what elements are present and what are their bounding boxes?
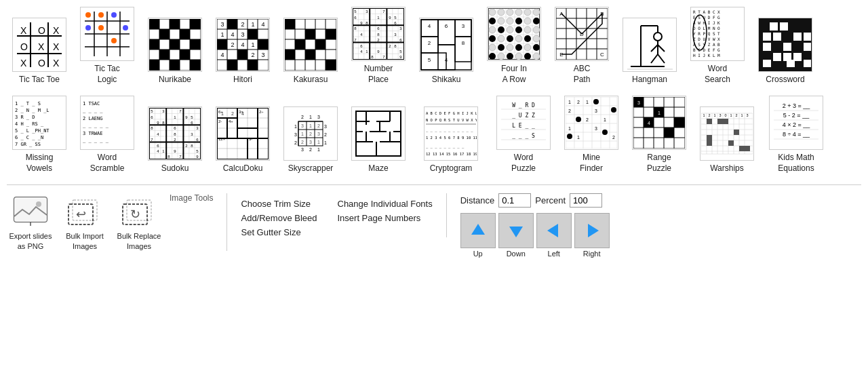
menu-set-gutter[interactable]: Set Gutter Size xyxy=(241,227,317,237)
menu-choose-trim[interactable]: Choose Trim Size xyxy=(241,199,317,209)
puzzle-kakurasu[interactable]: Kakurasu xyxy=(278,18,343,85)
puzzle-skyscrapper[interactable]: 213 132 321 321 312 123 231 Skyscrapper xyxy=(278,106,343,174)
puzzle-word-puzzle[interactable]: W _ R D _ U Z Z L E _ _ _ _ _ S WordPuzz… xyxy=(491,96,556,174)
svg-text:4: 4 xyxy=(220,52,224,58)
svg-text:1: 1 xyxy=(713,113,715,117)
svg-rect-94 xyxy=(285,50,295,60)
puzzle-shikaku[interactable]: 463 28 45 Shikaku xyxy=(414,18,479,85)
bulk-replace-tool[interactable]: ↻ Bulk Replace Images xyxy=(115,193,163,251)
menu-add-remove-bleed[interactable]: Add/Remove Bleed xyxy=(241,213,317,223)
bulk-import-tool[interactable]: ↩ Bulk Import Images xyxy=(61,193,108,251)
svg-point-444 xyxy=(576,117,581,122)
svg-text:2: 2 xyxy=(708,113,710,117)
puzzle-mine-finder[interactable]: 121 23 21 13 12 MineFinder xyxy=(559,96,624,174)
svg-text:1: 1 xyxy=(604,117,606,122)
svg-rect-486 xyxy=(734,130,739,135)
svg-text:1: 1 xyxy=(221,111,224,116)
puzzle-tic-tac-logic[interactable]: Tic TacLogic xyxy=(75,7,140,85)
puzzle-missing-vowels[interactable]: 1 _ T _ S 2 _ N _ M _L 3 R _ D 4 H _ RS … xyxy=(7,96,72,174)
svg-text:C: C xyxy=(600,52,604,58)
svg-rect-420 xyxy=(566,97,617,149)
svg-text:1: 1 xyxy=(577,135,580,140)
svg-text:2: 2 xyxy=(309,147,312,152)
svg-text:4: 4 xyxy=(648,121,650,125)
svg-text:3 R _ D: 3 R _ D xyxy=(15,115,35,120)
puzzle-number-place[interactable]: 537 6195 986 863 483 726 628 4195 879 Nu… xyxy=(346,7,411,85)
svg-text:_ _ _ S: _ _ _ S xyxy=(512,133,535,139)
svg-rect-256 xyxy=(804,33,811,41)
distance-value-input[interactable] xyxy=(498,193,531,208)
svg-text:2 + 3 = __: 2 + 3 = __ xyxy=(783,102,811,109)
svg-point-187 xyxy=(533,18,540,24)
puzzle-maze[interactable]: Maze xyxy=(346,106,411,174)
puzzle-thumb-kakurasu xyxy=(283,18,338,72)
svg-text:1: 1 xyxy=(703,113,705,117)
puzzle-range-puzzle[interactable]: 314 RangePuzzle xyxy=(627,96,692,174)
svg-text:4+: 4+ xyxy=(229,119,233,123)
puzzle-thumb-tic-tac-logic xyxy=(80,7,134,61)
svg-text:1: 1 xyxy=(324,140,327,145)
svg-text:8: 8 xyxy=(462,40,465,46)
svg-rect-27 xyxy=(149,19,159,29)
puzzle-thumb-word-puzzle: W _ R D _ U Z Z L E _ _ _ _ _ S xyxy=(496,96,551,150)
puzzle-warships[interactable]: 121 301 213 Warships xyxy=(694,106,760,174)
svg-text:2÷: 2÷ xyxy=(259,110,264,114)
right-button[interactable] xyxy=(574,213,610,248)
svg-text:4: 4 xyxy=(231,31,234,38)
svg-text:1: 1 xyxy=(309,115,312,119)
svg-point-512 xyxy=(36,201,41,207)
svg-marker-521 xyxy=(509,227,523,237)
puzzle-thumb-word-search: R T A B C XE S U D F G A W H I J KD O L … xyxy=(690,7,745,61)
svg-text:1: 1 xyxy=(568,126,571,131)
puzzle-crossword[interactable]: Crossword xyxy=(753,18,818,85)
svg-rect-28 xyxy=(159,29,170,39)
puzzle-word-scramble[interactable]: 1 TSAC _ _ _ _ 2 LAENG _ _ _ _ _ 3 TRWAE… xyxy=(75,96,140,174)
svg-point-185 xyxy=(515,18,522,24)
svg-text:A S Y Z A B: A S Y Z A B xyxy=(693,42,720,47)
puzzle-abc-path[interactable]: AB EC D ABCPath xyxy=(549,7,614,85)
menu-insert-page-numbers[interactable]: Insert Page Numbers xyxy=(338,213,433,223)
svg-rect-33 xyxy=(170,39,180,50)
puzzle-label-range-puzzle: RangePuzzle xyxy=(647,153,671,174)
svg-text:1: 1 xyxy=(309,123,312,128)
svg-point-447 xyxy=(602,130,608,135)
puzzle-thumb-four-in-a-row xyxy=(487,7,541,61)
svg-point-210 xyxy=(524,53,531,60)
puzzle-hitori[interactable]: 3214 143 241 423 Hitori xyxy=(210,18,275,85)
svg-rect-32 xyxy=(149,39,159,50)
puzzle-thumb-kids-math: 2 + 3 = __ 5 - 2 = __ 4 × 2 = __ 8 ÷ 4 =… xyxy=(769,96,823,150)
menu-change-fonts[interactable]: Change Individual Fonts xyxy=(338,199,433,209)
export-png-tool[interactable]: Export slides as PNG xyxy=(7,193,54,251)
puzzle-calcudoku[interactable]: 6+3×2÷ 2-4+ 12×3- 124 CalcuDoku xyxy=(210,106,275,174)
svg-text:2: 2 xyxy=(231,41,234,48)
puzzle-kids-math[interactable]: 2 + 3 = __ 5 - 2 = __ 4 × 2 = __ 8 ÷ 4 =… xyxy=(762,96,830,174)
svg-text:1: 1 xyxy=(658,111,660,115)
svg-text:12 13 14 15   16 17 18 19 20: 12 13 14 15 16 17 18 19 20 xyxy=(426,152,477,156)
svg-rect-39 xyxy=(190,60,201,71)
puzzle-four-in-a-row[interactable]: Four InA Row xyxy=(481,7,547,85)
svg-text:_ _ _ _ _: _ _ _ _ _ xyxy=(83,138,109,143)
up-button[interactable] xyxy=(460,213,496,248)
puzzle-tic-tac-toe[interactable]: X O X O X X X O X Tic Tac Toe xyxy=(7,18,72,85)
left-label: Left xyxy=(548,250,560,258)
puzzle-label-tic-tac-logic: Tic TacLogic xyxy=(94,64,119,85)
puzzle-hangman[interactable]: Hangman xyxy=(617,18,682,85)
svg-point-203 xyxy=(515,44,522,51)
puzzle-word-search[interactable]: R T A B C XE S U D F G A W H I J KD O L … xyxy=(685,7,750,85)
svg-point-205 xyxy=(533,44,540,51)
svg-point-177 xyxy=(498,9,505,16)
left-button[interactable] xyxy=(536,213,572,248)
puzzle-sudoku[interactable]: 537 6195 986 863 483 726 628 4195 879 Su… xyxy=(142,106,208,174)
svg-point-184 xyxy=(507,18,513,24)
svg-rect-64 xyxy=(227,60,237,71)
svg-text:_ _ _ _ _ _ _   _ _ _ _: _ _ _ _ _ _ _ _ _ _ _ xyxy=(426,127,473,132)
percent-value-input[interactable] xyxy=(570,193,602,208)
svg-text:1: 1 xyxy=(730,113,732,117)
svg-rect-30 xyxy=(180,29,190,39)
puzzle-nurikabe[interactable]: Nurikabe xyxy=(142,18,208,85)
puzzle-cryptogram[interactable]: A B C D E F G H I J K L M N O P Q R S T … xyxy=(414,106,488,174)
svg-point-191 xyxy=(515,26,522,33)
svg-text:2 _ N _ M _L: 2 _ N _ M _L xyxy=(15,108,50,113)
down-button[interactable] xyxy=(498,213,534,248)
svg-rect-484 xyxy=(717,119,723,124)
